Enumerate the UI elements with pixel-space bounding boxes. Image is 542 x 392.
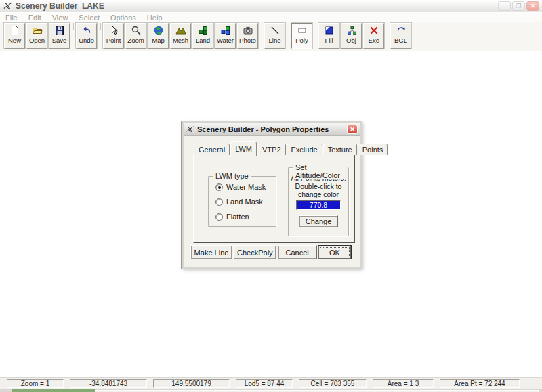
set-altitude-color-groupbox: Set Altitude/Color All Points meters. Do… <box>288 167 349 236</box>
altitude-group-title: Set Altitude/Color <box>293 163 348 179</box>
land-mask-option[interactable]: Land Mask <box>215 197 276 206</box>
open-folder-icon <box>32 25 43 36</box>
point-button[interactable]: Point <box>103 23 124 49</box>
land-mask-radio[interactable] <box>215 198 223 206</box>
zoom-button[interactable]: Zoom <box>125 23 146 49</box>
lwm-type-group-title: LWM type <box>213 172 251 180</box>
lwm-type-groupbox: LWM type Water Mask Land Mask Flatten <box>208 176 276 227</box>
line-button[interactable]: Line <box>264 23 285 49</box>
tab-vtp2[interactable]: VTP2 <box>257 144 286 155</box>
tab-lwm[interactable]: LWM <box>230 141 257 156</box>
toolbar: New Open Save Undo Point Zoom Map <box>0 22 542 51</box>
status-lod5: Lod5 = 87 44 <box>236 379 293 388</box>
dialog-title-bar[interactable]: Scenery Builder - Polygon Properties ✕ <box>184 123 360 136</box>
menu-options[interactable]: Options <box>105 14 142 22</box>
status-area: Area = 1 3 <box>373 379 434 388</box>
land-squares-icon <box>198 25 209 36</box>
polygon-icon <box>297 25 308 36</box>
camera-icon <box>243 25 253 36</box>
tab-points[interactable]: Points <box>358 144 388 155</box>
tab-general[interactable]: General <box>194 144 230 155</box>
save-button[interactable]: Save <box>49 23 70 49</box>
line-icon <box>270 25 280 36</box>
dialog-close-button[interactable]: ✕ <box>347 125 358 134</box>
lwm-tab-page: LWM type Water Mask Land Mask Flatten Se… <box>193 154 355 243</box>
water-squares-icon <box>220 25 231 36</box>
dialog-plane-icon <box>186 125 194 133</box>
title-bar: Scenery Builder LAKE _ ❐ ✕ <box>0 0 542 12</box>
undo-arrow-icon <box>81 25 92 36</box>
app-plane-icon <box>3 1 13 11</box>
status-cell: Cell = 703 355 <box>299 379 367 388</box>
flatten-radio[interactable] <box>215 213 223 221</box>
water-mask-radio[interactable] <box>215 183 223 191</box>
polygon-properties-dialog: Scenery Builder - Polygon Properties ✕ G… <box>182 121 362 269</box>
menu-edit[interactable]: Edit <box>23 14 47 22</box>
pointer-cursor-icon <box>108 25 119 36</box>
status-bar: Zoom = 1 -34.8481743 149.5500179 Lod5 = … <box>0 377 542 389</box>
checkpoly-button[interactable]: CheckPoly <box>233 245 276 259</box>
poly-button[interactable]: Poly <box>291 23 312 49</box>
restore-button[interactable]: ❐ <box>512 1 525 11</box>
water-button[interactable]: Water <box>215 23 236 49</box>
minimize-button[interactable]: _ <box>498 1 511 11</box>
terrain-mesh-icon <box>175 25 186 36</box>
cancel-button[interactable]: Cancel <box>278 245 317 259</box>
menu-view[interactable]: View <box>47 14 74 22</box>
globe-icon <box>153 25 164 36</box>
taskbar-edge-strip <box>0 389 542 392</box>
flatten-option[interactable]: Flatten <box>215 212 276 221</box>
window-title: Scenery Builder LAKE <box>16 1 104 11</box>
ok-button[interactable]: OK <box>318 245 352 259</box>
map-button[interactable]: Map <box>148 23 169 49</box>
menu-help[interactable]: Help <box>142 14 168 22</box>
photo-button[interactable]: Photo <box>237 23 258 49</box>
altitude-value-field[interactable]: 770.8 <box>296 200 341 210</box>
new-document-icon <box>9 25 20 36</box>
dialog-tabs: General LWM VTP2 Exclude Texture Points <box>194 142 388 155</box>
fill-button[interactable]: Fill <box>318 23 339 49</box>
status-zoom: Zoom = 1 <box>7 379 64 388</box>
status-latitude: -34.8481743 <box>70 379 147 388</box>
object-icon <box>346 25 357 36</box>
menu-select[interactable]: Select <box>73 14 105 22</box>
open-button[interactable]: Open <box>26 23 47 49</box>
dialog-button-row: Make Line CheckPoly Cancel OK <box>190 245 352 259</box>
tab-exclude[interactable]: Exclude <box>287 144 322 155</box>
menu-bar: File Edit View Select Options Help <box>0 13 542 22</box>
dialog-title: Scenery Builder - Polygon Properties <box>197 125 329 133</box>
status-area-pt: Area Pt = 72 244 <box>440 379 520 388</box>
make-line-button[interactable]: Make Line <box>190 245 232 259</box>
close-button[interactable]: ✕ <box>526 1 539 11</box>
exc-button[interactable]: Exc <box>363 23 384 49</box>
water-mask-option[interactable]: Water Mask <box>215 182 276 192</box>
status-longitude: 149.5500179 <box>153 379 230 388</box>
magnifier-icon <box>131 25 142 36</box>
bgl-button[interactable]: BGL <box>390 23 411 49</box>
mesh-button[interactable]: Mesh <box>170 23 191 49</box>
compile-bgl-icon <box>396 25 406 36</box>
land-button[interactable]: Land <box>192 23 213 49</box>
taskbar-green-segment <box>12 389 95 392</box>
new-button[interactable]: New <box>4 23 25 49</box>
exclude-x-icon <box>369 25 379 36</box>
menu-file[interactable]: File <box>0 14 23 22</box>
fill-icon <box>324 25 335 36</box>
change-button[interactable]: Change <box>299 215 338 227</box>
tab-texture[interactable]: Texture <box>323 144 357 155</box>
undo-button[interactable]: Undo <box>76 23 97 49</box>
obj-button[interactable]: Obj <box>341 23 362 49</box>
save-floppy-icon <box>54 25 65 36</box>
